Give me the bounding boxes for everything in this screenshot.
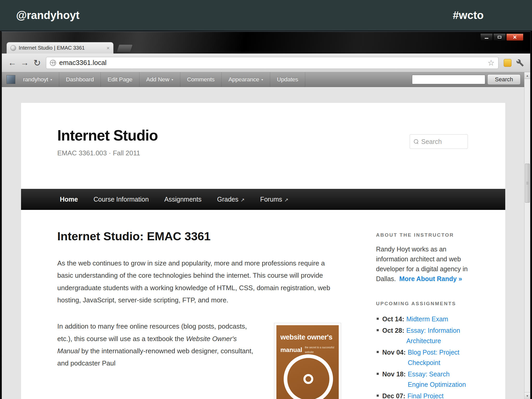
assignment-date: Dec 07:	[382, 391, 405, 399]
adminbar-item-edit-page[interactable]: Edit Page	[101, 72, 139, 87]
adminbar-item-label: Comments	[187, 76, 215, 83]
site-container: Internet Studio EMAC 3361.003 · Fall 201…	[21, 103, 505, 399]
twitter-handle: @randyhoyt	[16, 9, 79, 22]
nav-label: Assignments	[164, 196, 202, 203]
browser-titlebar[interactable]: Internet Studio | EMAC 3361 × ✕	[2, 32, 530, 54]
desktop-background: Internet Studio | EMAC 3361 × ✕ ← → ↻ em…	[0, 31, 532, 399]
webpage: Internet Studio EMAC 3361.003 · Fall 201…	[2, 87, 524, 399]
page-title: Internet Studio: EMAC 3361	[57, 230, 341, 243]
maximize-button[interactable]	[493, 34, 506, 41]
adminbar-user-label: randyhoyt	[23, 76, 48, 83]
textbook-paragraph: website owner's manual the secret to a s…	[57, 320, 341, 369]
upcoming-assignments-heading: UPCOMING ASSIGNMENTS	[376, 301, 472, 307]
book-cover-title-line2: manual	[281, 344, 302, 356]
nav-item-forums[interactable]: Forums ↗	[252, 196, 296, 203]
main-content: Internet Studio: EMAC 3361 As the web co…	[57, 210, 341, 399]
site-search-box[interactable]	[410, 134, 468, 149]
extension-icon[interactable]	[504, 59, 511, 67]
scroll-down-button[interactable]: ▼	[524, 392, 530, 399]
tab-title: Internet Studio | EMAC 3361	[19, 45, 104, 51]
wrench-menu-icon[interactable]	[516, 59, 524, 67]
assignment-link[interactable]: Final Project	[407, 391, 471, 399]
tab-close-icon[interactable]: ×	[107, 45, 110, 51]
back-icon: ←	[8, 58, 16, 68]
bullet-icon	[377, 395, 379, 397]
adminbar-item-updates[interactable]: Updates	[270, 72, 305, 87]
sidebar: ABOUT THE INSTRUCTOR Randy Hoyt works as…	[376, 210, 472, 399]
external-link-icon: ↗	[241, 197, 245, 203]
bullet-icon	[377, 351, 379, 353]
close-button[interactable]: ✕	[506, 34, 523, 41]
search-icon	[414, 139, 419, 144]
scroll-up-button[interactable]: ▲	[524, 72, 530, 79]
adminbar-search-input[interactable]	[412, 75, 485, 84]
adminbar-item-label: Updates	[277, 76, 298, 83]
assignment-link[interactable]: Essay: Search Engine Optimization	[408, 369, 472, 390]
adminbar-item-dashboard[interactable]: Dashboard	[59, 72, 101, 87]
assignment-link[interactable]: Blog Post: Project Checkpoint	[408, 347, 472, 368]
bullet-icon	[377, 318, 379, 320]
window-controls: ✕	[480, 34, 523, 41]
assignment-date: Oct 14:	[382, 314, 404, 324]
minimize-icon	[485, 38, 488, 39]
new-tab-button[interactable]	[116, 44, 133, 52]
paragraph-text: by the internationally-renowned web desi…	[57, 347, 253, 367]
book-cover-art: website owner's manual the secret to a s…	[276, 325, 339, 399]
assignment-date: Nov 04:	[382, 347, 406, 368]
intro-paragraph: As the web continues to grow in size and…	[57, 257, 341, 306]
adminbar-item-label: Edit Page	[108, 76, 132, 83]
address-bar[interactable]: emac3361.local ☆	[46, 57, 498, 69]
event-hashtag: #wcto	[453, 9, 484, 22]
adminbar-item-add-new[interactable]: Add New ▾	[139, 72, 180, 87]
nav-label: Grades	[217, 196, 238, 203]
adminbar-item-comments[interactable]: Comments	[180, 72, 222, 87]
adminbar-item-label: Add New	[146, 76, 169, 83]
assignment-item: Oct 14: Midterm Exam	[376, 314, 472, 324]
browser-toolbar: ← → ↻ emac3361.local ☆	[2, 54, 530, 72]
browser-tab[interactable]: Internet Studio | EMAC 3361 ×	[6, 42, 114, 54]
book-cover-title-line1: website owner's	[281, 331, 335, 344]
nav-label: Course Information	[94, 196, 149, 203]
site-header: Internet Studio EMAC 3361.003 · Fall 201…	[21, 103, 505, 189]
more-about-randy-link[interactable]: More About Randy »	[399, 275, 462, 282]
forward-button[interactable]: →	[18, 57, 31, 69]
user-avatar[interactable]	[6, 75, 15, 84]
scrollbar[interactable]: ▲ ▼	[524, 72, 530, 399]
chevron-down-icon: ▾	[261, 77, 263, 82]
bullet-icon	[377, 373, 379, 375]
assignment-date: Oct 28:	[382, 325, 404, 346]
scrollbar-thumb[interactable]	[525, 164, 530, 203]
external-link-icon: ↗	[284, 197, 288, 203]
assignment-date: Nov 18:	[382, 369, 406, 390]
nav-item-home[interactable]: Home	[52, 196, 86, 203]
page-viewport: randyhoyt ▾ Dashboard Edit Page Add New …	[2, 72, 530, 399]
back-button[interactable]: ←	[6, 57, 18, 69]
adminbar-item-appearance[interactable]: Appearance ▾	[222, 72, 270, 87]
site-security-icon[interactable]	[50, 60, 56, 66]
adminbar-user-menu[interactable]: randyhoyt ▾	[16, 72, 59, 87]
wp-admin-bar: randyhoyt ▾ Dashboard Edit Page Add New …	[2, 72, 524, 87]
assignment-link[interactable]: Midterm Exam	[406, 314, 471, 324]
assignment-item: Nov 04: Blog Post: Project Checkpoint	[376, 347, 472, 368]
bookmark-star-icon[interactable]: ☆	[488, 58, 495, 67]
assignment-item: Oct 28: Essay: Information Architecture	[376, 325, 472, 346]
close-icon: ✕	[513, 35, 517, 40]
adminbar-item-label: Dashboard	[66, 76, 94, 83]
minimize-button[interactable]	[480, 34, 493, 41]
book-cover-ring-graphic	[284, 354, 333, 399]
favicon-icon	[10, 45, 16, 51]
site-subtitle: EMAC 3361.003 · Fall 2011	[57, 149, 505, 157]
nav-item-course-information[interactable]: Course Information	[86, 196, 157, 203]
about-instructor-text: Randy Hoyt works as an information archi…	[376, 244, 472, 284]
assignment-link[interactable]: Essay: Information Architecture	[406, 325, 471, 346]
reload-button[interactable]: ↻	[31, 57, 43, 69]
nav-item-assignments[interactable]: Assignments	[157, 196, 209, 203]
about-instructor-heading: ABOUT THE INSTRUCTOR	[376, 232, 472, 238]
forward-icon: →	[21, 58, 29, 68]
nav-item-grades[interactable]: Grades ↗	[209, 196, 252, 203]
url-text[interactable]: emac3361.local	[59, 59, 484, 67]
site-search-input[interactable]	[421, 138, 464, 145]
site-nav: Home Course Information Assignments Grad…	[21, 189, 505, 210]
adminbar-search-button[interactable]: Search	[487, 74, 521, 85]
book-cover-image: website owner's manual the secret to a s…	[274, 323, 341, 399]
